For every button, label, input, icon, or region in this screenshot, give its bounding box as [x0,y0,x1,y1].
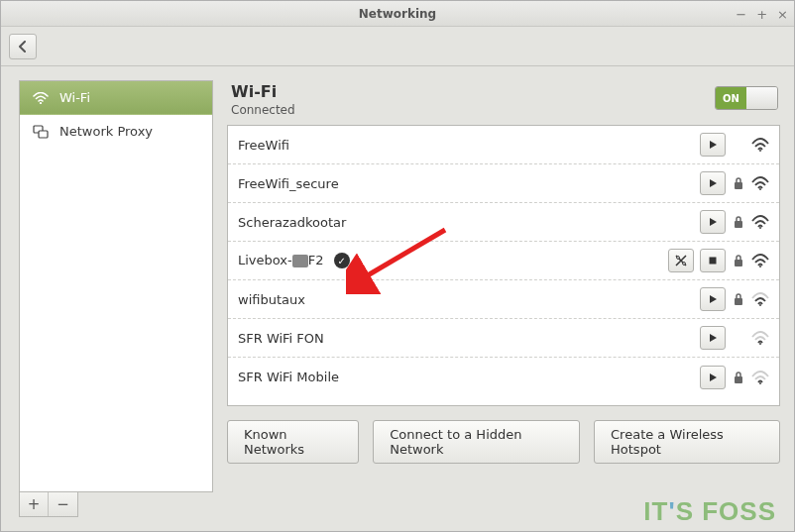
network-row[interactable]: wifibutaux [228,280,779,319]
connect-button[interactable] [700,133,726,157]
sidebar-add-remove: + − [19,492,78,517]
svg-point-0 [40,101,42,103]
connect-button[interactable] [700,366,726,389]
svg-point-8 [677,257,680,260]
sidebar-item-proxy[interactable]: Network Proxy [20,115,212,149]
page-title: Wi-Fi [231,82,295,101]
window-controls: − + × [736,1,788,27]
svg-rect-11 [735,260,742,266]
network-row[interactable]: Livebox-F2 ✓ [228,242,779,280]
signal-strength-icon [751,371,769,384]
svg-rect-2 [39,131,48,138]
maximize-button[interactable]: + [756,8,767,21]
network-actions [700,326,769,350]
signal-strength-icon [751,254,769,267]
proxy-icon [32,125,50,139]
network-actions [700,133,769,157]
svg-point-3 [759,150,761,152]
network-name: wifibutaux [238,292,692,307]
minimize-button[interactable]: − [736,8,746,21]
connect-button[interactable] [700,210,726,234]
back-button[interactable] [9,34,37,59]
signal-strength-icon [751,176,769,190]
network-name: FreeWifi_secure [238,176,692,191]
network-row[interactable]: Scherazadkootar [228,203,779,242]
signal-strength-icon [751,215,769,229]
network-name: Livebox-F2 ✓ [238,253,660,269]
svg-rect-16 [735,376,742,383]
watermark: IT'S FOSS [643,496,776,527]
network-actions [700,287,769,311]
sidebar-item-label: Network Proxy [59,124,153,139]
network-name: FreeWifi [238,138,692,153]
network-settings-button[interactable] [668,249,694,272]
svg-point-5 [759,188,761,190]
titlebar: Networking − + × [1,1,794,27]
network-name: SFR WiFi FON [238,331,692,346]
svg-rect-6 [735,221,742,228]
signal-strength-icon [751,138,769,152]
connected-check-icon: ✓ [334,253,350,268]
network-actions [700,171,769,195]
wifi-icon [32,92,50,104]
svg-point-15 [759,343,761,345]
main-header: Wi-Fi Connected ON [227,80,780,125]
sidebar: Wi-Fi Network Proxy [19,80,213,492]
toolbar [1,27,794,66]
network-name: SFR WiFi Mobile [238,370,692,384]
window: Networking − + × Wi-Fi [0,0,795,532]
window-title: Networking [359,7,436,21]
svg-rect-4 [735,182,742,189]
network-list: FreeWifiFreeWifi_secureScherazadkootarLi… [227,125,780,406]
sidebar-remove-button[interactable]: − [49,492,77,516]
signal-strength-icon [751,292,769,306]
bottom-actions: Known Networks Connect to a Hidden Netwo… [227,420,780,464]
svg-rect-13 [735,298,742,305]
redacted-icon [292,255,308,267]
svg-point-14 [759,304,761,306]
svg-point-12 [759,266,761,267]
lock-icon [732,215,745,229]
lock-icon [732,292,745,306]
back-arrow-icon [17,41,29,53]
signal-strength-icon [751,331,769,345]
main-panel: Wi-Fi Connected ON FreeWifiFreeWifi_secu… [227,80,780,517]
connect-button[interactable] [700,171,726,195]
disconnect-button[interactable] [700,249,726,272]
connect-button[interactable] [700,326,726,350]
sidebar-item-label: Wi-Fi [59,90,90,105]
svg-rect-10 [710,258,717,265]
wifi-toggle-switch[interactable]: ON [715,86,778,110]
connection-status: Connected [231,103,295,117]
connect-hidden-button[interactable]: Connect to a Hidden Network [373,420,580,464]
svg-point-7 [759,227,761,229]
close-button[interactable]: × [777,8,788,21]
network-actions [700,366,769,389]
connect-button[interactable] [700,287,726,311]
create-hotspot-button[interactable]: Create a Wireless Hotspot [594,420,780,464]
svg-point-17 [759,382,761,384]
lock-icon [732,254,745,267]
network-row[interactable]: FreeWifi [228,126,779,164]
network-actions [668,249,769,272]
content-area: Wi-Fi Network Proxy + − Wi-Fi Connected [1,66,794,531]
network-row[interactable]: SFR WiFi FON [228,319,779,358]
side-panel: Wi-Fi Network Proxy + − [19,80,213,517]
network-name: Scherazadkootar [238,215,692,230]
sidebar-item-wifi[interactable]: Wi-Fi [20,81,212,115]
lock-icon [732,176,745,190]
svg-point-9 [683,263,686,266]
switch-on-label: ON [716,87,746,109]
lock-icon [732,371,745,384]
network-row[interactable]: SFR WiFi Mobile [228,358,779,396]
network-row[interactable]: FreeWifi_secure [228,164,779,203]
network-actions [700,210,769,234]
sidebar-add-button[interactable]: + [20,492,49,516]
switch-off-label [746,87,777,109]
known-networks-button[interactable]: Known Networks [227,420,359,464]
